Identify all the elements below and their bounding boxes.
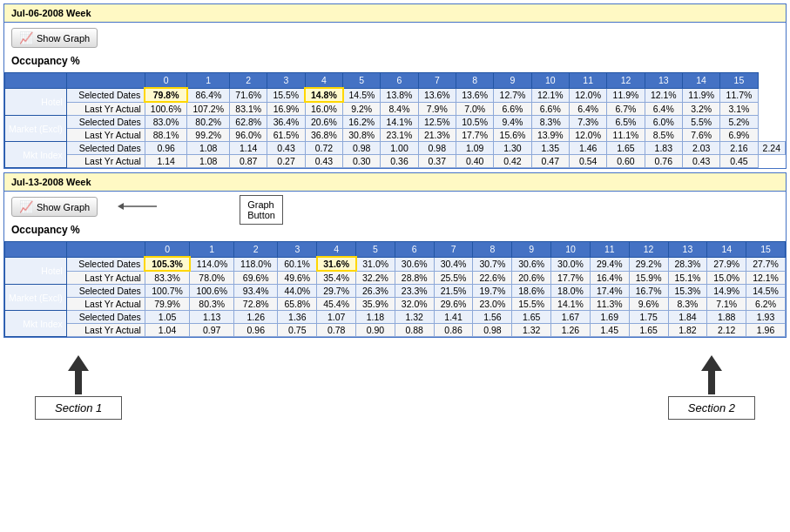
data-cell: 0.42 [494, 155, 531, 168]
data-cell: 23.1% [381, 129, 418, 142]
data-cell: 69.6% [234, 271, 278, 285]
data-cell: 15.9% [629, 271, 668, 285]
data-cell: 1.07 [317, 311, 356, 324]
data-cell: 0.78 [317, 324, 356, 337]
data-cell: 30.6% [395, 257, 434, 271]
svg-marker-2 [68, 355, 89, 394]
data-cell: 1.69 [590, 311, 629, 324]
data-cell: 36.8% [305, 129, 342, 142]
data-cell: 15.5% [512, 298, 551, 311]
data-cell: 32.2% [356, 271, 395, 285]
data-cell: 35.9% [356, 298, 395, 311]
data-cell: 99.2% [187, 129, 230, 142]
data-cell: 6.6% [531, 102, 569, 116]
data-cell: 12.7% [494, 88, 531, 102]
data-cell: 16.9% [267, 102, 305, 116]
data-cell: 25.5% [434, 271, 473, 285]
data-cell: 1.32 [395, 311, 434, 324]
col-header-1: 1 [187, 73, 230, 89]
data-cell: 100.6% [145, 102, 187, 116]
data-cell: 6.7% [607, 102, 645, 116]
data-cell: 0.90 [356, 324, 395, 337]
data-cell: 30.4% [434, 257, 473, 271]
data-cell: 13.8% [381, 88, 418, 102]
data-cell: 29.4% [590, 257, 629, 271]
table-row: Last Yr Actual1.040.970.960.750.780.900.… [5, 324, 786, 337]
data-table: 0123456789101112131415HotelSelected Date… [4, 241, 786, 337]
data-cell: 3.2% [682, 102, 719, 116]
up-arrow-icon [61, 355, 96, 394]
data-cell: 83.1% [230, 102, 267, 116]
data-cell: 15.1% [668, 271, 707, 285]
data-cell: 11.1% [607, 129, 645, 142]
data-cell: 5.2% [720, 116, 758, 129]
data-cell: 0.43 [267, 142, 305, 155]
data-cell: 7.6% [682, 129, 719, 142]
data-cell: 0.43 [305, 155, 342, 168]
data-cell: 6.4% [645, 102, 682, 116]
graph-button-label-bubble: GraphButton [240, 195, 283, 225]
week-section-1: Jul-06-2008 Week📈Show GraphOccupancy %01… [3, 3, 787, 169]
table-row: Mkt IndexSelected Dates1.051.131.261.361… [5, 311, 786, 324]
data-cell: 16.4% [590, 271, 629, 285]
data-cell: 1.67 [551, 311, 591, 324]
data-cell: 0.30 [343, 155, 381, 168]
section-callout-1: Section 1 [35, 355, 122, 420]
data-cell: 14.5% [343, 88, 381, 102]
sub-label: Last Yr Actual [66, 155, 145, 168]
data-cell: 12.0% [569, 88, 606, 102]
sub-label: Selected Dates [66, 142, 145, 155]
data-cell: 19.7% [473, 285, 512, 298]
data-cell: 30.0% [551, 257, 591, 271]
col-header-4: 4 [317, 242, 356, 258]
data-cell: 105.3% [145, 257, 189, 271]
data-cell: 1.88 [707, 311, 746, 324]
data-cell: 0.76 [645, 155, 682, 168]
col-header-8: 8 [473, 242, 512, 258]
data-cell: 8.5% [645, 129, 682, 142]
data-cell: 1.08 [187, 142, 230, 155]
data-cell: 0.86 [434, 324, 473, 337]
up-arrow-icon [694, 355, 729, 394]
data-cell: 2.03 [682, 142, 719, 155]
data-cell: 29.7% [317, 285, 356, 298]
col-header-0: 0 [145, 73, 187, 89]
data-cell: 78.0% [190, 271, 234, 285]
show-graph-button[interactable]: 📈Show Graph [11, 197, 98, 217]
section-callout-2: Section 2 [668, 355, 755, 420]
data-cell: 9.4% [494, 116, 531, 129]
data-cell: 1.00 [381, 142, 418, 155]
data-cell: 36.4% [267, 116, 305, 129]
svg-marker-1 [118, 203, 124, 210]
data-cell: 12.1% [645, 88, 682, 102]
data-cell: 21.3% [418, 129, 456, 142]
data-cell: 16.2% [343, 116, 381, 129]
data-cell: 12.1% [531, 88, 569, 102]
data-cell: 6.2% [746, 298, 786, 311]
data-cell: 62.8% [230, 116, 267, 129]
data-cell: 31.6% [317, 257, 356, 271]
data-cell: 5.5% [682, 116, 719, 129]
data-cell: 6.5% [607, 116, 645, 129]
data-cell: 1.82 [668, 324, 707, 337]
data-cell: 13.6% [456, 88, 494, 102]
data-cell: 1.45 [590, 324, 629, 337]
col-empty2 [66, 73, 145, 89]
data-cell: 1.30 [494, 142, 531, 155]
data-cell: 1.65 [512, 311, 551, 324]
data-cell: 1.04 [145, 324, 189, 337]
show-graph-label: Show Graph [37, 33, 90, 44]
data-cell: 0.37 [418, 155, 456, 168]
data-cell: 65.8% [278, 298, 317, 311]
data-cell: 1.65 [607, 142, 645, 155]
svg-marker-3 [701, 355, 722, 394]
occupancy-label: Occupancy % [4, 53, 786, 72]
week-header: Jul-06-2008 Week [4, 4, 786, 23]
data-cell: 7.1% [707, 298, 746, 311]
data-cell: 88.1% [145, 129, 187, 142]
show-graph-button[interactable]: 📈Show Graph [11, 28, 98, 48]
data-cell: 79.9% [145, 298, 189, 311]
data-cell: 44.0% [278, 285, 317, 298]
col-header-12: 12 [629, 242, 668, 258]
data-cell: 6.6% [494, 102, 531, 116]
